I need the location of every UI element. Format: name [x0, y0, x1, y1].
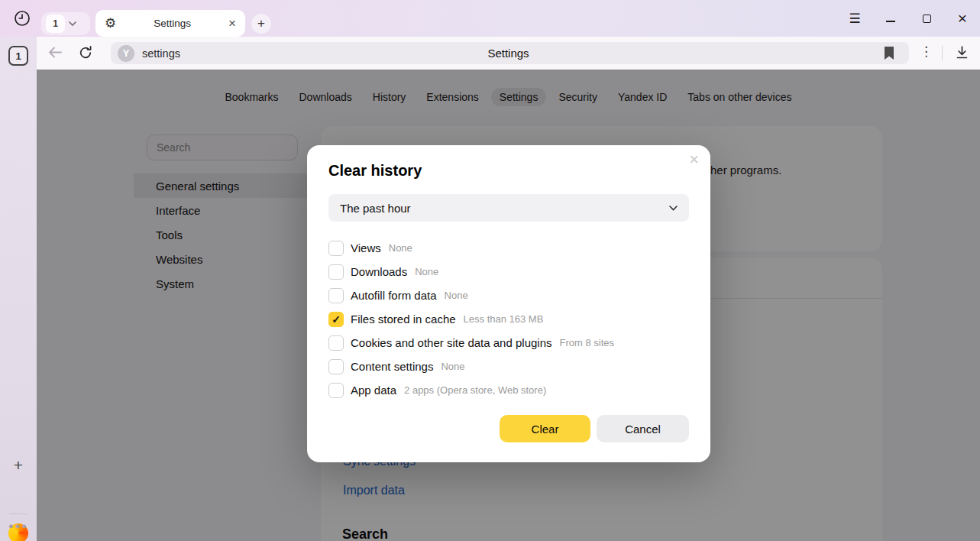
clear-history-dialog: × Clear history The past hour Views None… [307, 145, 710, 462]
settings-page: Bookmarks Downloads History Extensions S… [37, 70, 980, 541]
option-label: Cookies and other site data and plugins [351, 336, 552, 349]
tab-panel-toggle[interactable]: 1 [8, 46, 28, 66]
option-detail: From 8 sites [560, 337, 615, 348]
dialog-title: Clear history [328, 162, 422, 180]
option-row-app-data[interactable]: App data 2 apps (Opera store, Web store) [328, 378, 689, 402]
checkbox-downloads[interactable] [328, 264, 344, 280]
side-rail: 1 + ●●● [0, 37, 37, 541]
tab-count-badge[interactable]: 1 [46, 15, 65, 33]
checkbox-app-data[interactable] [328, 383, 344, 398]
rail-overflow-button[interactable]: ●●● [0, 521, 37, 530]
tab-title: Settings [116, 18, 228, 29]
url-text: settings [142, 47, 180, 60]
toolbar-separator [942, 46, 943, 60]
option-label: Views [351, 241, 381, 254]
option-row-cookies[interactable]: Cookies and other site data and plugins … [328, 331, 689, 355]
window-menu-icon[interactable]: ☰ [848, 11, 862, 25]
option-detail: None [445, 290, 468, 301]
window-controls: ☰ × [848, 0, 969, 37]
new-tab-button[interactable]: + [251, 14, 271, 34]
chevron-down-icon [669, 206, 678, 211]
rail-add-button[interactable]: + [0, 456, 37, 475]
option-detail: Less than 163 MB [464, 313, 544, 325]
tab-close-icon[interactable]: × [228, 17, 236, 30]
downloads-button[interactable] [955, 45, 969, 63]
address-toolbar: Y settings Settings ⋮ [37, 37, 980, 70]
clear-options-list: Views None Downloads None Autofill form … [328, 236, 689, 402]
chevron-down-icon [69, 21, 76, 26]
option-row-views[interactable]: Views None [328, 236, 689, 260]
bookmark-button[interactable] [884, 46, 894, 63]
back-button[interactable] [47, 46, 63, 62]
download-icon [955, 45, 969, 60]
dialog-close-icon[interactable]: × [689, 151, 699, 168]
history-clock-button[interactable] [11, 7, 34, 30]
checkbox-views[interactable] [328, 241, 344, 256]
address-bar[interactable]: Y settings [111, 42, 909, 64]
reload-icon [78, 45, 93, 60]
rail-divider [9, 513, 27, 514]
option-detail: None [415, 266, 438, 277]
option-row-downloads[interactable]: Downloads None [328, 260, 689, 283]
checkbox-autofill[interactable] [328, 288, 344, 303]
checkbox-content-settings[interactable] [328, 359, 344, 374]
tab-group-selector[interactable]: 1 [41, 12, 90, 35]
back-arrow-icon [47, 46, 63, 59]
active-tab[interactable]: ⚙ Settings × [95, 10, 245, 37]
option-detail: 2 apps (Opera store, Web store) [404, 384, 546, 396]
maximize-icon[interactable] [920, 11, 933, 25]
option-label: Content settings [351, 360, 433, 373]
reload-button[interactable] [78, 45, 93, 63]
time-range-select[interactable]: The past hour [328, 194, 689, 222]
checkbox-cookies[interactable] [328, 335, 344, 351]
site-favicon[interactable]: Y [118, 45, 134, 62]
gear-icon: ⚙ [105, 17, 116, 30]
cancel-button[interactable]: Cancel [597, 415, 689, 442]
toolbar-menu-button[interactable]: ⋮ [920, 44, 933, 60]
minimize-icon[interactable] [884, 11, 898, 25]
option-label: Downloads [351, 265, 407, 278]
option-detail: None [441, 361, 464, 372]
option-detail: None [389, 242, 412, 254]
option-label: Files stored in cache [351, 313, 456, 326]
bookmark-icon [884, 46, 894, 60]
clear-button[interactable]: Clear [500, 415, 590, 442]
checkbox-cache-checked[interactable]: ✓ [328, 312, 344, 327]
option-label: Autofill form data [351, 289, 437, 302]
window-close-icon[interactable]: × [956, 11, 969, 25]
option-row-cache[interactable]: ✓ Files stored in cache Less than 163 MB [328, 307, 689, 331]
option-label: App data [351, 384, 396, 397]
browser-tab-bar: 1 ⚙ Settings × + ☰ × [0, 0, 980, 37]
time-range-value: The past hour [340, 202, 411, 215]
option-row-content-settings[interactable]: Content settings None [328, 355, 689, 378]
clock-icon [14, 10, 31, 27]
option-row-autofill[interactable]: Autofill form data None [328, 283, 689, 307]
